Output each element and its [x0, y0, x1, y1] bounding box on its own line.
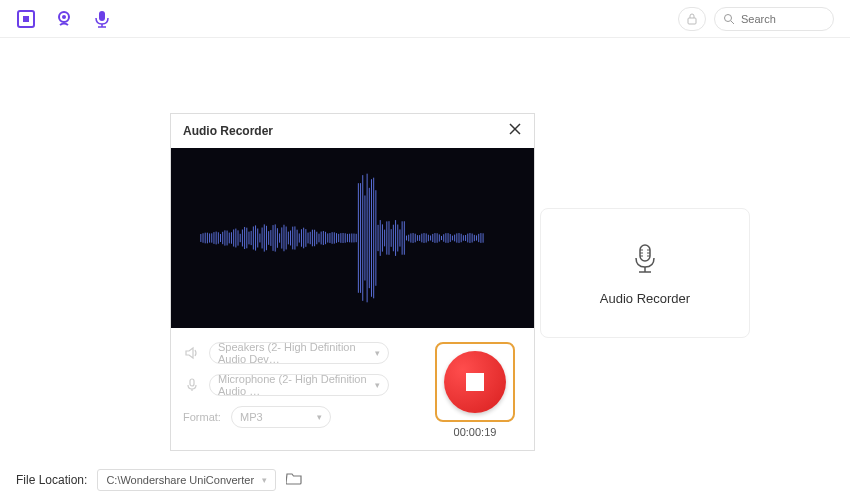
- top-bar: [0, 0, 850, 38]
- footer-bar: File Location: C:\Wondershare UniConvert…: [0, 460, 850, 500]
- main-area: Audio Recorder Audio Recorder Speakers (…: [0, 38, 850, 460]
- open-folder-button[interactable]: [286, 471, 302, 489]
- folder-icon: [286, 471, 302, 485]
- svg-point-8: [725, 14, 732, 21]
- svg-line-9: [731, 21, 734, 24]
- mic-icon: [183, 377, 201, 393]
- format-select[interactable]: MP3 ▾: [231, 406, 331, 428]
- chevron-down-icon: ▾: [375, 348, 380, 358]
- close-icon: [508, 122, 522, 136]
- speaker-device-value: Speakers (2- High Definition Audio Dev…: [218, 341, 375, 365]
- waveform-display: [171, 148, 534, 328]
- svg-rect-151: [190, 379, 194, 386]
- file-location-path: C:\Wondershare UniConverter: [106, 474, 254, 486]
- format-value: MP3: [240, 411, 263, 423]
- microphone-icon: [627, 241, 663, 277]
- file-location-select[interactable]: C:\Wondershare UniConverter ▾: [97, 469, 276, 491]
- audio-recorder-card[interactable]: Audio Recorder: [540, 208, 750, 338]
- chevron-down-icon: ▾: [317, 412, 322, 422]
- lock-button[interactable]: [678, 7, 706, 31]
- svg-rect-7: [688, 18, 696, 24]
- format-label: Format:: [183, 411, 223, 423]
- search-icon: [723, 13, 735, 25]
- search-input[interactable]: [741, 13, 821, 25]
- search-box[interactable]: [714, 7, 834, 31]
- microphone-device-value: Microphone (2- High Definition Audio …: [218, 373, 375, 397]
- screen-recorder-icon[interactable]: [16, 9, 36, 29]
- speaker-icon: [183, 345, 201, 361]
- svg-rect-4: [99, 11, 105, 21]
- modal-title: Audio Recorder: [183, 124, 273, 138]
- chevron-down-icon: ▾: [375, 380, 380, 390]
- audio-recorder-icon[interactable]: [92, 9, 112, 29]
- chevron-down-icon: ▾: [262, 475, 267, 485]
- card-label: Audio Recorder: [600, 291, 690, 306]
- svg-point-3: [62, 15, 66, 19]
- close-button[interactable]: [508, 122, 522, 140]
- recording-timer: 00:00:19: [454, 426, 497, 438]
- stop-icon: [466, 373, 484, 391]
- audio-recorder-modal: Audio Recorder Speakers (2- High Definit…: [170, 113, 535, 451]
- speaker-device-select[interactable]: Speakers (2- High Definition Audio Dev… …: [209, 342, 389, 364]
- microphone-device-select[interactable]: Microphone (2- High Definition Audio … ▾: [209, 374, 389, 396]
- webcam-recorder-icon[interactable]: [54, 9, 74, 29]
- stop-record-button[interactable]: [435, 342, 515, 422]
- svg-rect-1: [23, 16, 29, 22]
- file-location-label: File Location:: [16, 473, 87, 487]
